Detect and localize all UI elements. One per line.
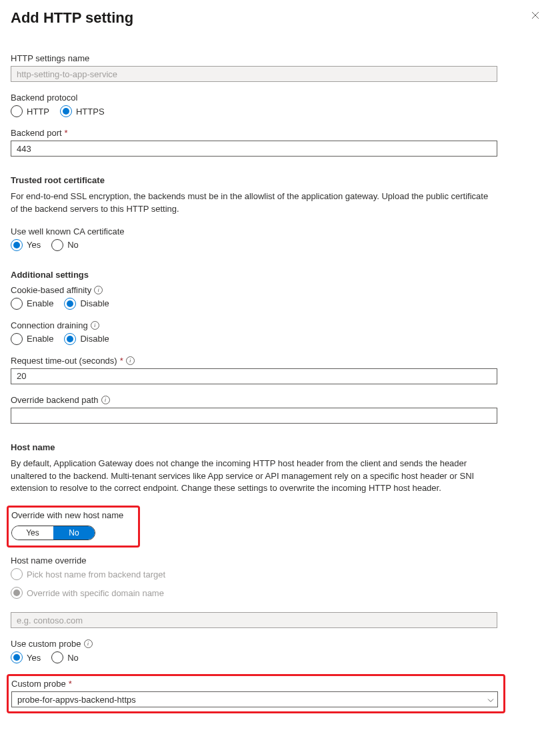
use-custom-probe-yes-radio[interactable]: Yes: [11, 651, 41, 663]
custom-probe-label: Custom probe*: [11, 679, 499, 689]
additional-settings-heading: Additional settings: [11, 270, 543, 280]
cookie-affinity-disable-radio[interactable]: Disable: [64, 298, 109, 310]
custom-probe-selected-value: probe-for-appvs-backend-https: [17, 695, 136, 705]
override-new-hostname-toggle[interactable]: Yes No: [11, 526, 95, 540]
backend-protocol-label: Backend protocol: [11, 93, 543, 103]
override-backend-path-label: Override backend path i: [11, 395, 543, 405]
connection-draining-disable-radio[interactable]: Disable: [64, 333, 109, 345]
request-timeout-input[interactable]: [11, 368, 497, 384]
close-icon[interactable]: [527, 9, 543, 23]
info-icon[interactable]: i: [91, 321, 99, 330]
request-timeout-label: Request time-out (seconds)* i: [11, 356, 543, 366]
hostname-help: By default, Application Gateway does not…: [11, 458, 497, 496]
override-new-hostname-no[interactable]: No: [53, 526, 95, 540]
info-icon[interactable]: i: [84, 639, 93, 648]
backend-port-input[interactable]: [11, 141, 497, 157]
highlight-custom-probe: Custom probe* probe-for-appvs-backend-ht…: [7, 674, 505, 713]
backend-port-label: Backend port*: [11, 128, 543, 138]
backend-protocol-https-radio[interactable]: HTTPS: [60, 105, 105, 117]
info-icon[interactable]: i: [94, 286, 103, 294]
page-title: Add HTTP setting: [11, 9, 133, 27]
override-new-hostname-label: Override with new host name: [11, 510, 133, 520]
backend-protocol-http-radio[interactable]: HTTP: [11, 105, 49, 117]
backend-protocol-http-text: HTTP: [27, 107, 49, 117]
wellknown-ca-yes-radio[interactable]: Yes: [11, 239, 41, 251]
override-new-hostname-yes[interactable]: Yes: [12, 526, 53, 540]
override-backend-path-input[interactable]: [11, 408, 497, 424]
http-settings-name-label: HTTP settings name: [11, 53, 543, 63]
hostname-heading: Host name: [11, 442, 543, 452]
hostname-specific-input: [11, 612, 497, 628]
info-icon[interactable]: i: [101, 396, 110, 404]
trusted-cert-help: For end-to-end SSL encryption, the backe…: [11, 190, 497, 216]
info-icon[interactable]: i: [126, 356, 135, 365]
use-custom-probe-no-radio[interactable]: No: [51, 651, 79, 663]
connection-draining-enable-radio[interactable]: Enable: [11, 333, 53, 345]
wellknown-ca-label: Use well known CA certificate: [11, 226, 543, 236]
hostname-override-pick-radio: Pick host name from backend target: [11, 568, 543, 580]
trusted-cert-heading: Trusted root certificate: [11, 175, 543, 185]
connection-draining-label: Connection draining i: [11, 320, 543, 330]
wellknown-ca-no-radio[interactable]: No: [51, 239, 79, 251]
highlight-override-hostname: Override with new host name Yes No: [7, 506, 140, 548]
hostname-override-label: Host name override: [11, 556, 543, 566]
custom-probe-select[interactable]: probe-for-appvs-backend-https: [11, 691, 498, 707]
wellknown-ca-yes-text: Yes: [27, 240, 41, 250]
cookie-affinity-enable-radio[interactable]: Enable: [11, 298, 53, 310]
hostname-override-specific-radio: Override with specific domain name: [11, 587, 543, 599]
cookie-affinity-label: Cookie-based affinity i: [11, 285, 543, 295]
wellknown-ca-no-text: No: [67, 240, 79, 250]
backend-protocol-https-text: HTTPS: [76, 107, 105, 117]
http-settings-name-input[interactable]: [11, 66, 497, 82]
use-custom-probe-label: Use custom probe i: [11, 639, 543, 649]
